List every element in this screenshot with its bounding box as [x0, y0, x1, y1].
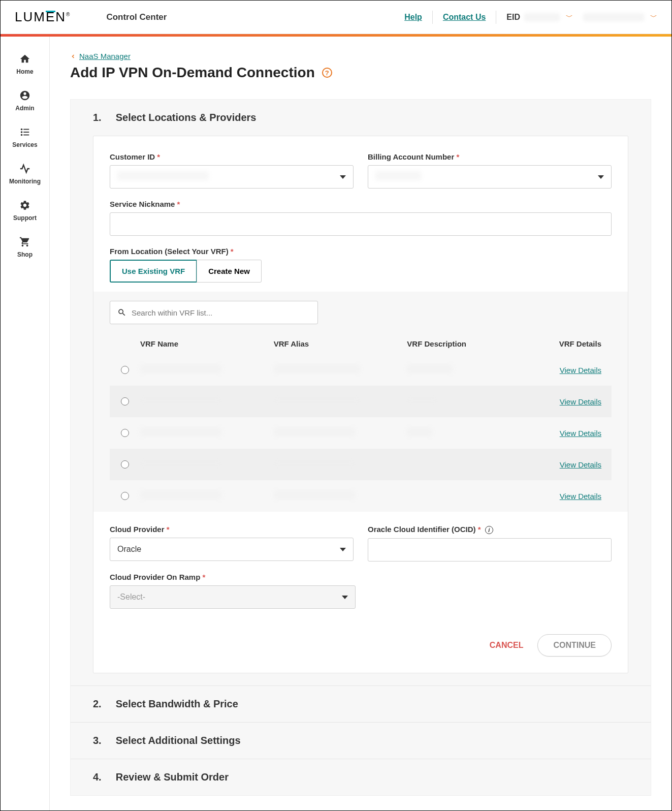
svg-rect-5: [23, 135, 29, 136]
vrf-radio[interactable]: [121, 460, 129, 469]
chevron-down-icon: ﹀: [650, 13, 657, 22]
main-content: NaaS Manager Add IP VPN On-Demand Connec…: [50, 37, 671, 810]
chevron-down-icon: ﹀: [566, 13, 573, 22]
search-icon: [117, 308, 126, 317]
divider: [432, 11, 433, 24]
user-dropdown[interactable]: ﹀: [583, 13, 657, 22]
activity-icon: [19, 163, 31, 175]
app-header: LUMEN® Control Center Help Contact Us EI…: [1, 1, 671, 34]
chevron-down-icon: [340, 175, 346, 179]
vrf-search[interactable]: [110, 301, 318, 324]
contact-link[interactable]: Contact Us: [443, 13, 486, 22]
view-details-link[interactable]: View Details: [540, 366, 612, 375]
logo: LUMEN®: [15, 9, 71, 25]
toggle-create-new[interactable]: Create New: [197, 260, 262, 283]
sidebar-item-home[interactable]: Home: [1, 46, 49, 82]
chevron-down-icon: [342, 596, 348, 599]
chevron-left-icon: [70, 53, 76, 59]
step-3[interactable]: 3. Select Additional Settings: [71, 723, 651, 759]
user-circle-icon: [19, 89, 31, 102]
table-row[interactable]: View Details: [110, 417, 612, 449]
sidebar-item-admin[interactable]: Admin: [1, 82, 49, 119]
billing-select[interactable]: [368, 165, 612, 189]
cloud-provider-label: Cloud Provider *: [110, 525, 354, 534]
table-row[interactable]: View Details: [110, 480, 612, 512]
sidebar-item-support[interactable]: Support: [1, 192, 49, 229]
view-details-link[interactable]: View Details: [540, 460, 612, 469]
table-row[interactable]: View Details: [110, 386, 612, 417]
svg-point-4: [21, 134, 23, 136]
svg-point-2: [21, 131, 23, 133]
sidebar-item-services[interactable]: Services: [1, 119, 49, 155]
ocid-input[interactable]: [368, 538, 612, 562]
list-icon: [19, 126, 31, 138]
vrf-section: VRF Name VRF Alias VRF Description VRF D…: [93, 292, 628, 512]
vrf-radio[interactable]: [121, 397, 129, 406]
info-icon[interactable]: i: [485, 526, 493, 534]
onramp-label: Cloud Provider On Ramp *: [110, 573, 356, 581]
cart-icon: [19, 236, 31, 248]
from-location-label: From Location (Select Your VRF) *: [110, 247, 612, 256]
table-row[interactable]: View Details: [110, 354, 612, 386]
view-details-link[interactable]: View Details: [540, 492, 612, 501]
sidebar: Home Admin Services Monitoring Support S…: [1, 37, 50, 810]
sidebar-item-shop[interactable]: Shop: [1, 229, 49, 265]
home-icon: [19, 53, 31, 65]
view-details-link[interactable]: View Details: [540, 397, 612, 406]
step-4[interactable]: 4. Review & Submit Order: [71, 759, 651, 795]
nickname-input[interactable]: [110, 212, 612, 236]
chevron-down-icon: [598, 175, 604, 179]
customer-id-select[interactable]: [110, 165, 354, 189]
gear-icon: [19, 199, 31, 211]
app-title: Control Center: [106, 12, 167, 22]
svg-point-0: [21, 129, 23, 131]
help-icon[interactable]: ?: [322, 68, 332, 78]
step-2[interactable]: 2. Select Bandwidth & Price: [71, 686, 651, 723]
breadcrumb-back[interactable]: NaaS Manager: [70, 52, 651, 60]
chevron-down-icon: [340, 548, 346, 551]
nickname-label: Service Nickname *: [110, 200, 612, 208]
onramp-select[interactable]: -Select-: [110, 585, 356, 609]
view-details-link[interactable]: View Details: [540, 429, 612, 438]
billing-label: Billing Account Number *: [368, 152, 612, 161]
vrf-rows[interactable]: View Details View Details: [110, 354, 612, 512]
svg-rect-3: [23, 132, 29, 133]
sidebar-item-monitoring[interactable]: Monitoring: [1, 155, 49, 192]
cloud-provider-select[interactable]: Oracle: [110, 538, 354, 561]
page-title: Add IP VPN On-Demand Connection: [70, 65, 315, 81]
divider: [496, 11, 496, 24]
continue-button[interactable]: CONTINUE: [537, 634, 612, 657]
vrf-radio[interactable]: [121, 429, 129, 437]
vrf-radio[interactable]: [121, 366, 129, 374]
toggle-use-existing[interactable]: Use Existing VRF: [110, 260, 197, 283]
cancel-button[interactable]: CANCEL: [490, 641, 524, 650]
table-row[interactable]: View Details: [110, 449, 612, 480]
vrf-table-header: VRF Name VRF Alias VRF Description VRF D…: [110, 333, 612, 354]
wizard: 1. Select Locations & Providers Customer…: [70, 99, 651, 796]
help-link[interactable]: Help: [404, 13, 422, 22]
ocid-label: Oracle Cloud Identifier (OCID) * i: [368, 525, 612, 534]
svg-rect-1: [23, 129, 29, 130]
vrf-search-input[interactable]: [132, 308, 310, 317]
eid-dropdown[interactable]: EID ﹀: [506, 13, 573, 22]
step-1: 1. Select Locations & Providers Customer…: [71, 100, 651, 686]
vrf-radio[interactable]: [121, 492, 129, 500]
customer-id-label: Customer ID *: [110, 152, 354, 161]
